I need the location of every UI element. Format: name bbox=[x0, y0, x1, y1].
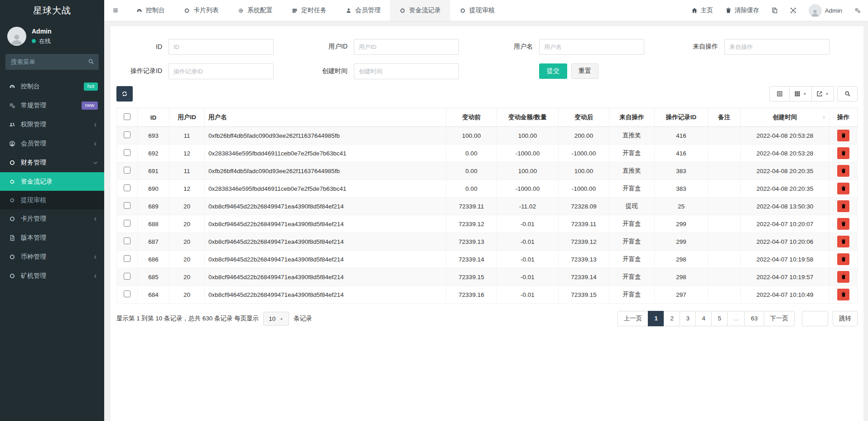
column-header-created-time[interactable]: 创建时间 bbox=[741, 108, 829, 127]
menu-search-input[interactable] bbox=[5, 54, 99, 70]
delete-button[interactable] bbox=[837, 165, 849, 177]
search-toggle-button[interactable] bbox=[837, 86, 858, 102]
row-checkbox[interactable] bbox=[124, 149, 130, 156]
tab-dashboard[interactable]: 控制台 bbox=[127, 0, 174, 21]
sidebar-item-finance[interactable]: 财务管理 bbox=[0, 153, 104, 172]
tab-system-config[interactable]: 系统配置 bbox=[228, 0, 282, 21]
row-checkbox[interactable] bbox=[124, 184, 130, 191]
sidebar-item-currency[interactable]: 币种管理 bbox=[0, 247, 104, 266]
row-checkbox[interactable] bbox=[124, 202, 130, 209]
page-button-5[interactable]: 5 bbox=[711, 311, 728, 326]
copy-page-button[interactable] bbox=[772, 7, 778, 14]
home-link[interactable]: 主页 bbox=[691, 6, 713, 15]
cell-user-id: 20 bbox=[169, 198, 205, 215]
filter-input-op-record-id[interactable] bbox=[169, 63, 274, 79]
delete-button[interactable] bbox=[837, 218, 849, 230]
cell-op-record-id: 383 bbox=[655, 180, 708, 198]
page-button-63[interactable]: 63 bbox=[744, 311, 764, 326]
page-button-3[interactable]: 3 bbox=[680, 311, 696, 326]
delete-button[interactable] bbox=[837, 183, 849, 194]
delete-button[interactable] bbox=[837, 271, 849, 283]
tab-member[interactable]: 会员管理 bbox=[336, 0, 390, 21]
select-all-checkbox[interactable] bbox=[124, 113, 130, 120]
cell-source: 直推奖 bbox=[609, 127, 655, 145]
column-header-id: ID bbox=[138, 108, 169, 127]
cell-remark bbox=[708, 145, 741, 162]
table-row: 687200xb8cf94645d22b268499471ea4390f8d5f… bbox=[117, 233, 858, 251]
sidebar-item-general[interactable]: 常规管理new bbox=[0, 96, 104, 115]
home-icon bbox=[691, 7, 698, 14]
sidebar-item-money-log[interactable]: 资金流记录 bbox=[0, 172, 104, 191]
circle-icon bbox=[184, 8, 190, 14]
sidebar-item-card[interactable]: 卡片管理 bbox=[0, 209, 104, 228]
submit-button[interactable]: 提交 bbox=[539, 63, 567, 79]
row-checkbox[interactable] bbox=[124, 167, 130, 174]
refresh-button[interactable] bbox=[116, 86, 133, 102]
page-button-4[interactable]: 4 bbox=[695, 311, 712, 326]
sidebar-item-label: 常规管理 bbox=[21, 102, 46, 110]
page-size-select[interactable]: 10 bbox=[263, 312, 289, 326]
fullscreen-button[interactable] bbox=[790, 7, 796, 14]
filter-input-created-time[interactable] bbox=[354, 63, 459, 79]
cell-checkbox bbox=[117, 162, 138, 180]
tab-cron-task[interactable]: 定时任务 bbox=[282, 0, 336, 21]
topbar-right: 主页 清除缓存 Admin bbox=[691, 0, 868, 21]
delete-button[interactable] bbox=[837, 289, 849, 300]
delete-button[interactable] bbox=[837, 253, 849, 265]
sidebar-item-member[interactable]: 会员管理 bbox=[0, 134, 104, 153]
header-checkbox-cell bbox=[117, 108, 138, 127]
row-checkbox[interactable] bbox=[124, 237, 130, 244]
filter-field-username: 用户名 bbox=[487, 35, 672, 58]
sidebar-item-dashboard[interactable]: 控制台hot bbox=[0, 77, 104, 96]
page-button-1[interactable]: 1 bbox=[648, 311, 664, 326]
row-checkbox[interactable] bbox=[124, 273, 130, 280]
delete-button[interactable] bbox=[837, 147, 849, 159]
delete-button[interactable] bbox=[837, 200, 849, 212]
table-footer: 显示第 1 到第 10 条记录，总共 630 条记录 每页显示 10 条记录 上… bbox=[116, 311, 858, 330]
row-checkbox[interactable] bbox=[124, 290, 130, 297]
submenu-finance: 资金流记录提现审核 bbox=[0, 172, 104, 209]
sidebar-item-miner[interactable]: 矿机管理 bbox=[0, 266, 104, 286]
cell-checkbox bbox=[117, 251, 138, 268]
cell-remark bbox=[708, 127, 741, 145]
row-checkbox[interactable] bbox=[124, 255, 130, 262]
sidebar-toggle-button[interactable] bbox=[104, 0, 127, 21]
columns-button[interactable] bbox=[789, 86, 812, 102]
filter-label: ID bbox=[116, 43, 169, 50]
sidebar-item-label: 版本管理 bbox=[21, 234, 46, 242]
cell-created-time: 2022-04-07 10:20:06 bbox=[741, 233, 829, 251]
row-checkbox[interactable] bbox=[124, 220, 130, 227]
list-view-icon bbox=[776, 91, 783, 97]
reset-button[interactable]: 重置 bbox=[571, 63, 598, 79]
settings-button[interactable] bbox=[854, 7, 861, 14]
filter-input-source[interactable] bbox=[724, 39, 829, 55]
user-status: 在线 bbox=[32, 37, 52, 45]
cell-user-id: 11 bbox=[169, 127, 205, 145]
tab-label: 资金流记录 bbox=[409, 6, 441, 15]
cell-checkbox bbox=[117, 180, 138, 198]
clear-cache-button[interactable]: 清除缓存 bbox=[725, 6, 759, 15]
filter-input-user-id[interactable] bbox=[354, 39, 459, 55]
jump-button[interactable]: 跳转 bbox=[833, 311, 858, 326]
page-button-上一页[interactable]: 上一页 bbox=[617, 311, 649, 326]
circle-icon bbox=[400, 8, 405, 14]
page-button-下一页[interactable]: 下一页 bbox=[764, 311, 795, 326]
export-button[interactable] bbox=[811, 86, 834, 102]
cell-op-record-id: 298 bbox=[655, 268, 708, 286]
jump-page-input[interactable] bbox=[802, 311, 828, 326]
tab-card-list[interactable]: 卡片列表 bbox=[174, 0, 228, 21]
detail-view-button[interactable] bbox=[769, 86, 790, 102]
filter-input-id[interactable] bbox=[169, 39, 274, 55]
page-button-2[interactable]: 2 bbox=[664, 311, 680, 326]
filter-input-username[interactable] bbox=[539, 39, 644, 55]
sidebar-item-version[interactable]: 版本管理 bbox=[0, 228, 104, 247]
user-menu[interactable]: Admin bbox=[809, 4, 842, 17]
sidebar-item-withdraw-audit[interactable]: 提现审核 bbox=[0, 191, 104, 209]
delete-button[interactable] bbox=[837, 236, 849, 247]
delete-button[interactable] bbox=[837, 130, 849, 141]
row-checkbox[interactable] bbox=[124, 131, 130, 138]
sidebar-item-auth[interactable]: 权限管理 bbox=[0, 115, 104, 134]
tab-money-log[interactable]: 资金流记录 bbox=[390, 0, 450, 21]
cell-op-record-id: 383 bbox=[655, 162, 708, 180]
tab-withdraw-audit[interactable]: 提现审核 bbox=[450, 0, 504, 21]
